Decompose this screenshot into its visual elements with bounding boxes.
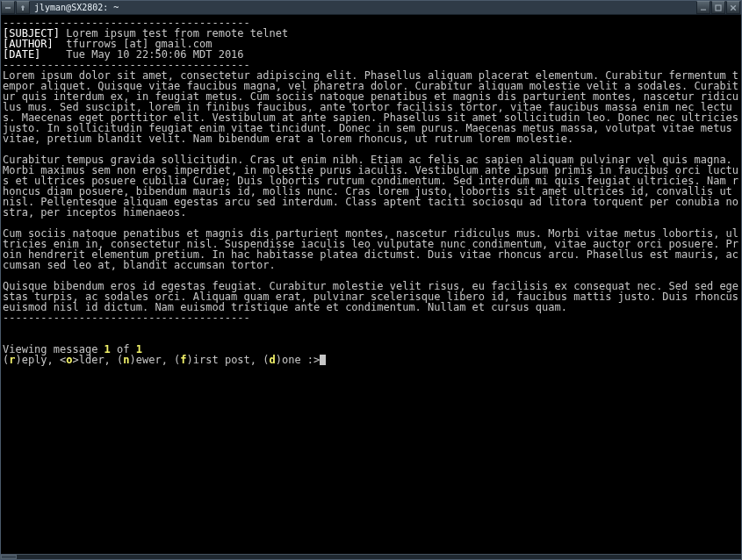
older-key: o [66,354,72,366]
window-minimize-button[interactable] [696,1,710,14]
body-paragraph: Curabitur tempus gravida sollicitudin. C… [3,154,739,218]
done-key: d [269,354,275,366]
window-title: jlyman@SX2802: ~ [31,1,122,14]
terminal-content[interactable]: ---------------------------------------[… [3,17,739,554]
prompt-line[interactable]: (r)eply, <o>lder, (n)ewer, (f)irst post,… [3,355,739,365]
window-maximize-button[interactable] [711,1,725,14]
window-menu-button[interactable] [1,1,15,14]
svg-rect-2 [701,9,706,10]
close-icon [730,4,737,11]
body-paragraph: Cum sociis natoque penatibus et magnis d… [3,228,739,270]
svg-marker-1 [21,5,25,11]
bottom-scrollbar[interactable] [1,554,741,559]
first-key: f [180,354,186,366]
menu-icon [4,4,11,11]
pin-icon [19,4,26,11]
window-titlebar: jlyman@SX2802: ~ [1,1,741,15]
svg-rect-3 [716,5,721,11]
minimize-icon [700,4,707,11]
scrollbar-thumb[interactable] [1,555,17,559]
body-paragraph: Lorem ipsum dolor sit amet, consectetur … [3,70,739,144]
newer-key: n [123,354,129,366]
divider-bottom: --------------------------------------- [3,312,739,323]
terminal-cursor [320,355,326,365]
body-paragraph: Quisque bibendum eros id egestas feugiat… [3,281,739,312]
window-sticky-button[interactable] [16,1,30,14]
window-close-button[interactable] [726,1,740,14]
maximize-icon [715,4,722,11]
svg-rect-0 [5,7,11,9]
terminal-window: jlyman@SX2802: ~ ------------------- [0,0,742,560]
